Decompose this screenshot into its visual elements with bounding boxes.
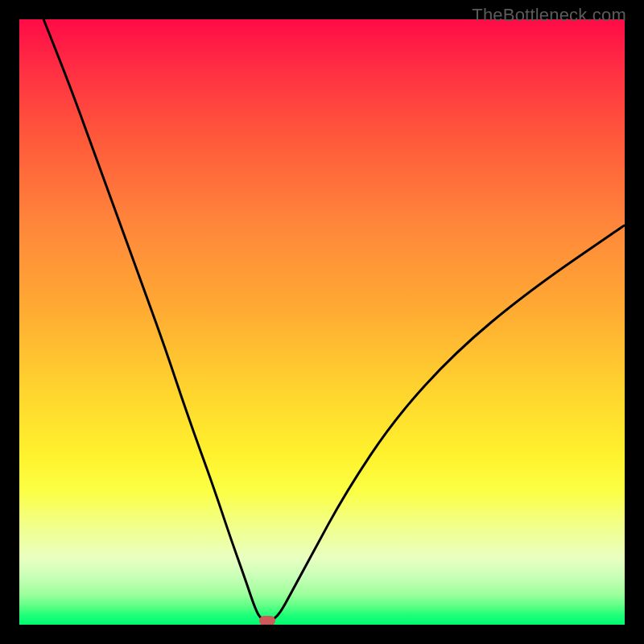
plot-area xyxy=(19,19,625,625)
optimal-point-marker xyxy=(259,616,275,625)
chart-frame: TheBottleneck.com xyxy=(0,0,644,644)
bottleneck-curve xyxy=(19,19,625,625)
watermark-text: TheBottleneck.com xyxy=(472,5,626,26)
